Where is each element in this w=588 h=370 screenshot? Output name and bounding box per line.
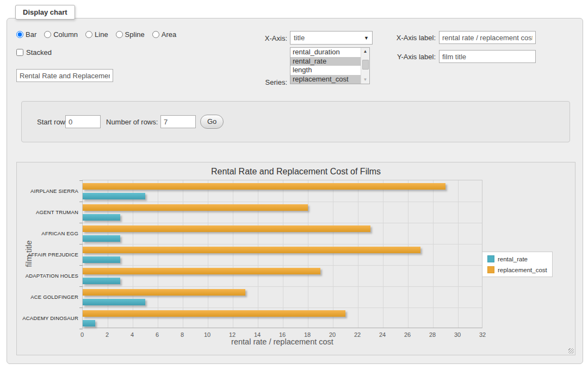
y-axis-tick	[79, 329, 83, 329]
legend-entry-replacement_cost[interactable]: replacement_cost	[487, 266, 547, 273]
vertical-gridline	[258, 180, 258, 328]
bar-replacement_cost	[83, 289, 245, 296]
number-of-rows-input[interactable]	[160, 115, 196, 128]
vertical-gridline	[333, 180, 333, 328]
series-option-rental_duration[interactable]: rental_duration	[290, 48, 361, 57]
legend-label: replacement_cost	[498, 267, 547, 273]
chart-type-label: Spline	[125, 30, 145, 39]
chart-type-radio-bar[interactable]	[16, 31, 23, 38]
vertical-gridline	[308, 180, 308, 328]
legend-label: rental_rate	[498, 256, 528, 262]
chart-type-label: Bar	[26, 30, 36, 39]
vertical-gridline	[233, 180, 233, 328]
category-label: ACADEMY DINOSAUR	[21, 315, 78, 321]
chart-type-option-column: Column	[44, 30, 78, 39]
horizontal-gridline	[83, 286, 482, 287]
chart-type-radio-spline[interactable]	[116, 31, 123, 38]
bar-replacement_cost	[83, 268, 320, 274]
stacked-label: Stacked	[26, 48, 52, 57]
chart-type-option-spline: Spline	[116, 30, 145, 39]
bar-rental_rate	[83, 278, 120, 284]
bar-rental_rate	[83, 193, 145, 199]
vertical-gridline	[183, 180, 183, 328]
vertical-gridline	[433, 180, 434, 328]
category-label: ACE GOLDFINGER	[21, 294, 78, 300]
scroll-down-icon[interactable]: ▼	[363, 76, 368, 84]
vertical-gridline	[133, 180, 133, 328]
category-label: AGENT TRUMAN	[21, 209, 78, 215]
y-axis-tick	[79, 202, 83, 202]
horizontal-gridline	[83, 223, 482, 223]
number-of-rows-label: Number of rows:	[106, 118, 158, 126]
bar-replacement_cost	[83, 310, 345, 317]
horizontal-gridline	[83, 308, 482, 308]
y-axis-title: film title	[24, 227, 33, 281]
y-axis-tick	[79, 308, 83, 308]
x-axis-label-input[interactable]	[439, 31, 536, 44]
bar-rental_rate	[83, 320, 95, 327]
stacked-checkbox[interactable]	[16, 49, 23, 56]
series-option-rental_rate[interactable]: rental_rate	[290, 57, 361, 66]
chart-type-radio-area[interactable]	[152, 31, 159, 38]
x-axis-title: rental rate / replacement cost	[82, 337, 482, 346]
series-label: Series:	[236, 78, 287, 86]
bar-rental_rate	[83, 299, 145, 305]
resize-handle-icon[interactable]	[568, 348, 574, 354]
vertical-gridline	[358, 180, 358, 328]
chart-legend: rental_ratereplacement_cost	[482, 252, 553, 277]
vertical-gridline	[283, 180, 283, 328]
start-row-label: Start row:	[37, 118, 67, 126]
bar-replacement_cost	[83, 183, 445, 190]
chart-type-label: Line	[95, 30, 108, 39]
bar-rental_rate	[83, 256, 120, 263]
fieldset-legend: Display chart	[15, 5, 75, 20]
bar-replacement_cost	[83, 204, 308, 211]
chart-title: Rental Rate and Replacement Cost of Film…	[17, 167, 575, 177]
chart-panel: Rental Rate and Replacement Cost of Film…	[16, 162, 575, 355]
y-axis-tick	[79, 265, 83, 266]
vertical-gridline	[108, 180, 108, 328]
series-option-replacement_cost[interactable]: replacement_cost	[290, 75, 361, 84]
chart-type-label: Column	[53, 30, 78, 39]
chart-type-option-bar: Bar	[16, 30, 36, 39]
series-listbox[interactable]: rental_durationrental_ratelengthreplacem…	[290, 47, 370, 84]
y-axis-tick	[79, 180, 83, 181]
bar-replacement_cost	[83, 225, 370, 232]
series-options: rental_durationrental_ratelengthreplacem…	[290, 48, 361, 84]
x-axis-label-field-label: X-Axis label:	[361, 34, 436, 42]
scrollbar-thumb[interactable]	[362, 60, 369, 70]
legend-swatch-icon	[487, 255, 494, 262]
start-row-input[interactable]	[65, 115, 101, 128]
vertical-gridline	[158, 180, 158, 328]
bar-rental_rate	[83, 235, 120, 242]
category-label: AIRPLANE SIERRA	[21, 188, 78, 194]
y-axis-tick	[79, 244, 83, 244]
horizontal-gridline	[83, 244, 482, 244]
bar-rental_rate	[83, 214, 120, 221]
plot-area	[82, 180, 482, 328]
chart-type-option-line: Line	[85, 30, 108, 39]
x-axis-select-value: title	[294, 34, 305, 42]
chart-type-option-area: Area	[152, 30, 176, 39]
legend-swatch-icon	[487, 266, 494, 273]
y-axis-tick	[79, 286, 83, 287]
rows-panel: Start row: Number of rows: Go	[21, 101, 570, 142]
display-chart-fieldset: Display chart BarColumnLineSplineArea St…	[7, 18, 583, 364]
stacked-row: Stacked	[16, 48, 52, 57]
chart-title-input[interactable]	[16, 69, 113, 82]
series-option-length[interactable]: length	[290, 66, 361, 75]
vertical-gridline	[408, 180, 408, 328]
chart-type-label: Area	[162, 30, 176, 39]
chart-type-radio-group: BarColumnLineSplineArea	[16, 30, 176, 39]
y-axis-label-input[interactable]	[439, 50, 536, 63]
y-axis-tick	[79, 223, 83, 223]
legend-entry-rental_rate[interactable]: rental_rate	[487, 255, 547, 262]
vertical-gridline	[208, 180, 208, 328]
chart-type-radio-column[interactable]	[44, 31, 51, 38]
chart-type-radio-line[interactable]	[85, 31, 92, 38]
go-button[interactable]: Go	[200, 115, 224, 129]
bar-replacement_cost	[83, 247, 420, 253]
y-axis-label-field-label: Y-Axis label:	[361, 53, 436, 61]
x-axis-select-label: X-Axis:	[236, 34, 287, 42]
vertical-gridline	[383, 180, 383, 328]
